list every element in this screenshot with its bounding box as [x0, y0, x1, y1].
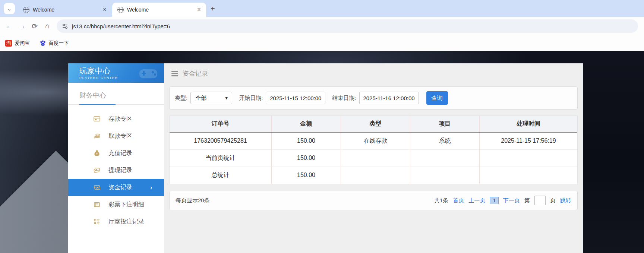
cell-amount: 150.00 — [272, 167, 341, 184]
close-icon[interactable]: × — [196, 6, 202, 13]
table-row-grand-total: 总统计 150.00 — [170, 167, 577, 184]
baidu-paw-icon: du — [40, 40, 46, 47]
home-icon[interactable]: ⌂ — [41, 22, 54, 30]
page-size-text: 每页显示20条 — [176, 197, 210, 204]
sidebar-item-label: 厅室投注记录 — [108, 218, 144, 226]
browser-tab-1[interactable]: Welcome × — [18, 3, 112, 17]
next-page-link[interactable]: 下一页 — [503, 197, 520, 204]
svg-text:du: du — [42, 43, 44, 45]
site-info-icon[interactable] — [62, 23, 68, 29]
page-jump-input[interactable] — [534, 196, 546, 205]
sidebar-item-label: 取款专区 — [108, 132, 132, 140]
cell-amount: 150.00 — [272, 149, 341, 167]
browser-tab-2[interactable]: Welcome × — [112, 3, 206, 17]
funds-table-container: 订单号 金额 类型 项目 处理时间 1763200579425281 150.0… — [169, 116, 578, 184]
section-underline — [68, 104, 164, 105]
table-header-row: 订单号 金额 类型 项目 处理时间 — [170, 116, 577, 132]
sidebar-item-label: 彩票下注明细 — [108, 201, 144, 209]
content-header: 资金记录 — [164, 63, 583, 78]
start-date-input[interactable] — [266, 92, 325, 104]
cell-amount: 150.00 — [272, 132, 341, 149]
end-date-label: 结束日期: — [332, 95, 356, 102]
table-row-page-subtotal: 当前页统计 150.00 — [170, 149, 577, 167]
end-date-input[interactable] — [359, 92, 419, 104]
bookmark-label: 爱淘宝 — [15, 40, 30, 47]
chevron-down-icon: ▼ — [224, 96, 228, 100]
svg-text:¥: ¥ — [96, 152, 98, 155]
cell-time: 2025-11-15 17:56:19 — [479, 132, 577, 149]
sidebar-item-label: 提现记录 — [108, 167, 132, 174]
sidebar-item-hall-bet-record[interactable]: 厅室投注记录 — [68, 213, 164, 230]
cell-label: 总统计 — [170, 167, 272, 184]
close-icon[interactable]: × — [101, 6, 108, 13]
tab-title: Welcome — [33, 7, 98, 13]
start-date-label: 开始日期: — [239, 95, 263, 102]
address-bar[interactable]: js13.cc/hhcp/usercenter.html?iniType=6 — [57, 19, 638, 33]
new-tab-button[interactable]: + — [211, 4, 215, 13]
sidebar-item-lottery-bet-details[interactable]: 彩票下注明细 — [68, 196, 164, 213]
jump-suffix-label: 页 — [550, 197, 556, 204]
cell-label: 当前页统计 — [170, 149, 272, 167]
sidebar-item-deposit-zone[interactable]: 存款专区 — [68, 110, 164, 127]
taobao-icon: 淘 — [5, 40, 12, 47]
bookmark-taobao[interactable]: 淘 爱淘宝 — [5, 40, 30, 47]
type-select[interactable]: 全部 ▼ — [190, 92, 232, 104]
col-header-type: 类型 — [341, 116, 410, 132]
globe-icon — [23, 7, 29, 13]
tab-search-chevron-button[interactable]: ⌄ — [4, 3, 15, 14]
col-header-amount: 金额 — [272, 116, 341, 132]
pagination-bar: 每页显示20条 共1条 首页 上一页 1 下一页 第 页 跳转 — [169, 191, 578, 210]
col-header-project: 项目 — [410, 116, 479, 132]
current-page-indicator: 1 — [490, 197, 499, 204]
banknotes-icon — [94, 184, 100, 191]
query-button[interactable]: 查询 — [426, 91, 448, 105]
cell-order-no: 1763200579425281 — [170, 132, 272, 149]
reload-icon[interactable]: ⟳ — [28, 22, 41, 31]
checklist-icon — [94, 218, 100, 225]
hand-money-icon — [94, 133, 100, 139]
deposit-card-icon — [94, 116, 100, 122]
sidebar-item-label: 存款专区 — [108, 115, 132, 123]
page-title: 资金记录 — [183, 69, 208, 78]
sidebar-item-withdraw-zone[interactable]: 取款专区 — [68, 127, 164, 145]
players-center-sidebar: 玩家中心 PLAYERS CENTER 财务中心 存款专区 取款专区 ¥ — [68, 63, 164, 253]
type-select-value: 全部 — [195, 95, 206, 102]
type-label: 类型: — [175, 95, 187, 102]
sidebar-menu: 存款专区 取款专区 ¥ 充值记录 提现记录 资金记录 › — [68, 105, 164, 230]
cell-type: 在线存款 — [341, 132, 410, 149]
cell-empty — [341, 167, 410, 184]
globe-icon — [117, 7, 124, 13]
col-header-time: 处理时间 — [479, 116, 577, 132]
bookmark-label: 百度一下 — [49, 40, 69, 47]
back-icon[interactable]: ← — [3, 22, 16, 30]
sidebar-item-recharge-record[interactable]: ¥ 充值记录 — [68, 145, 164, 162]
total-count-text: 共1条 — [434, 197, 448, 204]
browser-tab-strip: ⌄ Welcome × Welcome × + — [0, 0, 644, 17]
jump-prefix-label: 第 — [524, 197, 530, 204]
first-page-link[interactable]: 首页 — [453, 197, 464, 204]
browser-toolbar: ← → ⟳ ⌂ js13.cc/hhcp/usercenter.html?ini… — [0, 17, 644, 35]
cell-empty — [341, 149, 410, 167]
cell-empty — [410, 167, 479, 184]
url-text: js13.cc/hhcp/usercenter.html?iniType=6 — [72, 23, 170, 29]
filter-bar: 类型: 全部 ▼ 开始日期: 结束日期: 查询 — [169, 86, 578, 110]
prev-page-link[interactable]: 上一页 — [468, 197, 485, 204]
sidebar-item-label: 充值记录 — [108, 149, 132, 157]
forward-icon[interactable]: → — [16, 22, 28, 30]
main-content: 资金记录 类型: 全部 ▼ 开始日期: 结束日期: 查询 订单号 金额 类型 项… — [164, 63, 583, 253]
list-note-icon — [94, 201, 100, 208]
sidebar-item-withdrawal-record[interactable]: 提现记录 — [68, 162, 164, 179]
cell-empty — [410, 149, 479, 167]
wallet-cards-icon — [94, 167, 100, 174]
chevron-right-icon: › — [150, 184, 152, 190]
sidebar-item-funds-record[interactable]: 资金记录 › — [68, 179, 164, 196]
jump-button[interactable]: 跳转 — [560, 197, 571, 204]
sidebar-header: 玩家中心 PLAYERS CENTER — [68, 63, 164, 83]
bookmarks-bar: 淘 爱淘宝 du 百度一下 — [0, 35, 644, 51]
section-title: 财务中心 — [79, 92, 106, 99]
sidebar-section: 财务中心 — [68, 83, 164, 100]
hamburger-icon[interactable] — [171, 70, 178, 78]
funds-table: 订单号 金额 类型 项目 处理时间 1763200579425281 150.0… — [170, 116, 577, 184]
bookmark-baidu[interactable]: du 百度一下 — [40, 40, 69, 47]
tab-title: Welcome — [127, 7, 192, 13]
